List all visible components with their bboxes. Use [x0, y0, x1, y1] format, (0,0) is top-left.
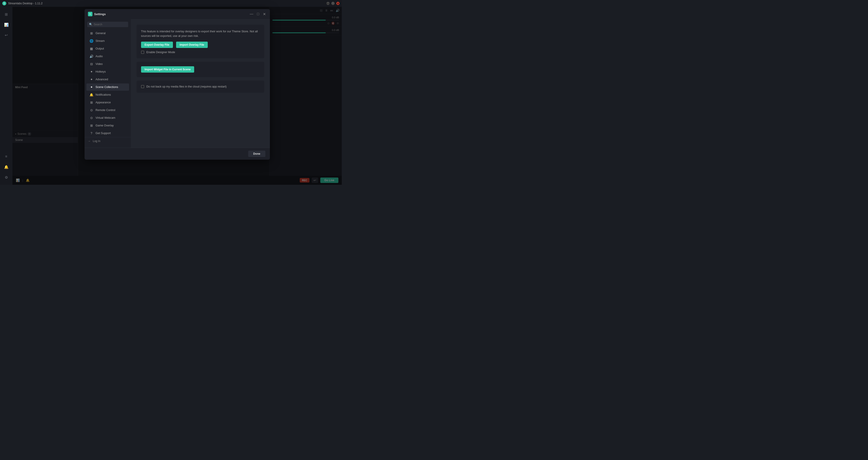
app-titlebar-controls: — □ ✕ [327, 2, 340, 5]
cloud-backup-label: Do not back up my media files in the clo… [147, 85, 227, 88]
export-overlay-button[interactable]: Export Overlay File [141, 41, 173, 48]
dialog-minimize-button[interactable]: — [249, 12, 254, 16]
general-icon: ⊞ [90, 31, 93, 35]
dialog-body: 🔍 ⊞ General 🌐 Stream ▦ Output 🔊 A [85, 19, 270, 148]
nav-item-output[interactable]: ▦ Output [86, 45, 129, 52]
designer-mode-row: Enable Designer Mode [141, 51, 260, 54]
virtual-webcam-icon: ⊙ [90, 116, 93, 120]
video-icon: ⊟ [90, 62, 93, 66]
hotkeys-icon: ✦ [90, 70, 93, 74]
nav-item-appearance[interactable]: ⊞ Appearance [86, 99, 129, 106]
app-sidebar: ⊞ 📊 ↩ ≡ 🔔 ⚙ [0, 7, 12, 185]
dialog-titlebar: S Settings — □ ✕ [85, 9, 270, 19]
done-button[interactable]: Done [248, 151, 265, 157]
dialog-close-button[interactable]: ✕ [262, 12, 267, 16]
dialog-title-controls: — □ ✕ [249, 12, 267, 16]
nav-item-general[interactable]: ⊞ General [86, 30, 129, 37]
cloud-card: Do not back up my media files in the clo… [136, 81, 264, 93]
dialog-logo: S [88, 12, 92, 16]
stream-icon: 🌐 [90, 39, 93, 43]
output-icon: ▦ [90, 47, 93, 51]
nav-item-game-overlay[interactable]: ⊞ Game Overlay [86, 122, 129, 129]
import-overlay-button[interactable]: Import Overlay File [176, 41, 208, 48]
sidebar-icon-notifications[interactable]: 🔔 [2, 163, 10, 171]
dialog-footer: Done [85, 148, 270, 160]
cloud-backup-row: Do not back up my media files in the clo… [141, 85, 260, 88]
nav-item-remote-control[interactable]: ⊙ Remote Control [86, 107, 129, 114]
advanced-icon: ✦ [90, 78, 93, 81]
scene-collections-icon: ✦ [90, 85, 93, 89]
nav-item-get-support[interactable]: ? Get Support [86, 130, 129, 137]
app-close-button[interactable]: ✕ [336, 2, 340, 5]
nav-item-notifications[interactable]: 🔔 Notifications [86, 91, 129, 98]
app-minimize-button[interactable]: — [327, 2, 330, 5]
search-input[interactable] [94, 23, 126, 26]
log-in-button[interactable]: → Log In [85, 137, 131, 145]
nav-item-stream[interactable]: 🌐 Stream [86, 37, 129, 45]
import-widget-button[interactable]: Import Widget File in Current Scene [141, 66, 194, 73]
nav-item-scene-collections[interactable]: ✦ Scene Collections [86, 83, 129, 91]
designer-mode-checkbox[interactable] [141, 51, 144, 54]
overlay-card: This feature is intended for overlay des… [136, 25, 264, 58]
nav-item-audio[interactable]: 🔊 Audio [86, 53, 129, 60]
overlay-description: This feature is intended for overlay des… [141, 29, 260, 38]
nav-item-virtual-webcam[interactable]: ⊙ Virtual Webcam [86, 114, 129, 121]
nav-item-hotkeys[interactable]: ✦ Hotkeys [86, 68, 129, 75]
nav-item-advanced[interactable]: ✦ Advanced [86, 76, 129, 83]
settings-sidebar: 🔍 ⊞ General 🌐 Stream ▦ Output 🔊 A [85, 19, 131, 148]
dialog-overlay: S Settings — □ ✕ 🔍 ⊞ General [12, 7, 342, 185]
app-maximize-button[interactable]: □ [331, 2, 335, 5]
sidebar-icon-integrations[interactable]: ↩ [2, 31, 10, 39]
sidebar-icon-dashboard[interactable]: ⊞ [2, 10, 10, 18]
settings-content: This feature is intended for overlay des… [131, 19, 270, 148]
nav-item-video[interactable]: ⊟ Video [86, 60, 129, 68]
widget-card: Import Widget File in Current Scene [136, 62, 264, 77]
audio-icon: 🔊 [90, 55, 93, 58]
sidebar-icon-settings[interactable]: ⚙ [2, 173, 10, 181]
settings-search[interactable]: 🔍 [87, 22, 128, 27]
sidebar-icon-analytics[interactable]: 📊 [2, 21, 10, 29]
log-in-icon: → [88, 140, 91, 143]
sidebar-icon-activity[interactable]: ≡ [2, 152, 10, 161]
game-overlay-icon: ⊞ [90, 124, 93, 127]
remote-control-icon: ⊙ [90, 108, 93, 112]
search-icon: 🔍 [89, 23, 92, 26]
appearance-icon: ⊞ [90, 100, 93, 104]
get-support-icon: ? [90, 132, 93, 135]
app-icon: S [2, 1, 6, 5]
app-titlebar: S Streamlabs Desktop - 1.11.2 — □ ✕ [0, 0, 342, 7]
app-title: Streamlabs Desktop - 1.11.2 [8, 2, 327, 5]
dialog-maximize-button[interactable]: □ [256, 12, 260, 16]
overlay-buttons: Export Overlay File Import Overlay File [141, 41, 260, 48]
notifications-icon: 🔔 [90, 93, 93, 96]
designer-mode-label: Enable Designer Mode [147, 51, 175, 54]
settings-dialog: S Settings — □ ✕ 🔍 ⊞ General [85, 9, 270, 160]
cloud-backup-checkbox[interactable] [141, 85, 144, 88]
dialog-title: Settings [94, 12, 249, 16]
